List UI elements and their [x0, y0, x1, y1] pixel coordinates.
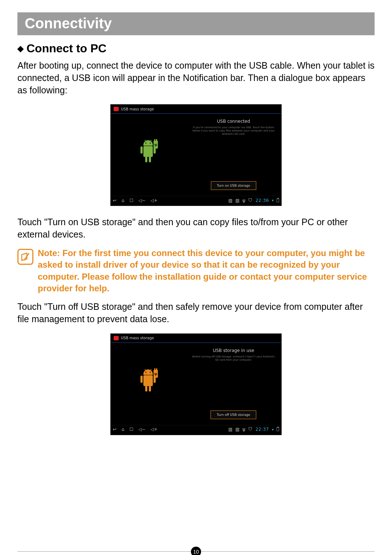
svg-text:ψ: ψ	[154, 142, 158, 147]
subheading-text: Connect to PC	[26, 42, 106, 55]
svg-rect-25	[154, 368, 155, 370]
svg-rect-5	[140, 146, 143, 154]
debug-icon: ⛉	[248, 198, 253, 203]
volume-down-icon[interactable]: ◁−	[138, 198, 145, 203]
section-header: Connectivity	[17, 12, 375, 35]
app-icon	[114, 336, 119, 340]
android-navbar: ↩ ⌂ ☐ ◁− ◁+ ▧ ▧ ψ ⛉ 22:36 ▾	[111, 196, 281, 204]
status-icon-1: ▧	[228, 427, 232, 432]
after-note-paragraph: Touch "Turn off USB storage" and then sa…	[17, 301, 375, 325]
usb-status-title: USB connected	[217, 119, 250, 124]
home-icon[interactable]: ⌂	[122, 198, 124, 203]
usb-status-icon: ψ	[242, 198, 245, 203]
mid-paragraph: Touch "Turn on USB storage" and then you…	[17, 216, 375, 241]
svg-rect-7	[145, 157, 147, 162]
svg-rect-8	[149, 157, 151, 162]
svg-rect-21	[145, 386, 147, 392]
wifi-icon: ▾	[272, 428, 274, 432]
intro-paragraph: After booting up, connect the device to …	[17, 60, 375, 96]
volume-up-icon[interactable]: ◁+	[151, 198, 158, 203]
usb-status-text: Before turning off USB storage, unmount …	[192, 355, 275, 362]
status-icon-2: ▧	[236, 427, 240, 432]
titlebar-text: USB mass storage	[121, 336, 154, 340]
svg-point-0	[146, 143, 147, 144]
battery-icon	[277, 428, 279, 431]
svg-text:ψ: ψ	[154, 372, 158, 376]
app-icon	[114, 107, 119, 111]
status-icon-2: ▧	[236, 198, 240, 203]
titlebar-text: USB mass storage	[121, 107, 154, 111]
debug-icon: ⛉	[248, 427, 253, 432]
android-usb-icon: ψ	[135, 138, 161, 171]
svg-point-1	[150, 143, 151, 144]
clock: 22:37	[256, 427, 269, 432]
subheading-connect-to-pc: ◆ Connect to PC	[17, 42, 375, 55]
svg-rect-22	[149, 386, 151, 392]
recent-apps-icon[interactable]: ☐	[130, 427, 134, 432]
battery-icon	[277, 199, 279, 202]
screen-titlebar-2: USB mass storage	[111, 334, 281, 343]
volume-down-icon[interactable]: ◁−	[138, 427, 145, 432]
turn-on-usb-button[interactable]: Turn on USB storage	[211, 181, 257, 190]
page-number: 10	[191, 547, 201, 555]
usb-status-text: If you're connected to your computer via…	[192, 126, 275, 136]
svg-point-14	[146, 372, 147, 373]
svg-rect-11	[154, 139, 155, 141]
tablet-screen-1: USB mass storage	[110, 104, 282, 206]
note-text: Note: For the first time you connect thi…	[38, 247, 375, 295]
recent-apps-icon[interactable]: ☐	[130, 198, 134, 203]
diamond-bullet-icon: ◆	[17, 44, 24, 53]
screenshot-usb-in-use: USB mass storage	[17, 333, 375, 435]
svg-point-15	[150, 372, 151, 373]
tablet-screen-2: USB mass storage	[110, 333, 282, 435]
back-icon[interactable]: ↩	[113, 198, 117, 203]
usb-status-title: USB storage in use	[213, 348, 254, 353]
android-figure-area: ψ	[111, 343, 186, 425]
clock: 22:36	[256, 198, 269, 203]
status-icon-1: ▧	[228, 198, 232, 203]
svg-rect-18	[143, 375, 153, 386]
svg-rect-12	[156, 139, 157, 141]
home-icon[interactable]: ⌂	[122, 427, 124, 432]
android-navbar: ↩ ⌂ ☐ ◁− ◁+ ▧ ▧ ψ ⛉ 22:37 ▾	[111, 425, 281, 434]
android-figure-area: ψ	[111, 114, 186, 196]
svg-rect-19	[140, 376, 143, 383]
usb-status-icon: ψ	[242, 427, 245, 432]
svg-rect-26	[156, 368, 157, 370]
note-icon	[17, 249, 33, 265]
back-icon[interactable]: ↩	[113, 427, 117, 432]
android-usb-icon-orange: ψ	[135, 368, 161, 400]
volume-up-icon[interactable]: ◁+	[151, 427, 158, 432]
wifi-icon: ▾	[272, 198, 274, 202]
note-block: Note: For the first time you connect thi…	[17, 247, 375, 295]
page-footer: 10	[17, 551, 375, 555]
svg-rect-4	[143, 146, 153, 157]
turn-off-usb-button[interactable]: Turn off USB storage	[211, 410, 256, 419]
screen-titlebar: USB mass storage	[111, 105, 281, 114]
screenshot-usb-connected: USB mass storage	[17, 104, 375, 206]
